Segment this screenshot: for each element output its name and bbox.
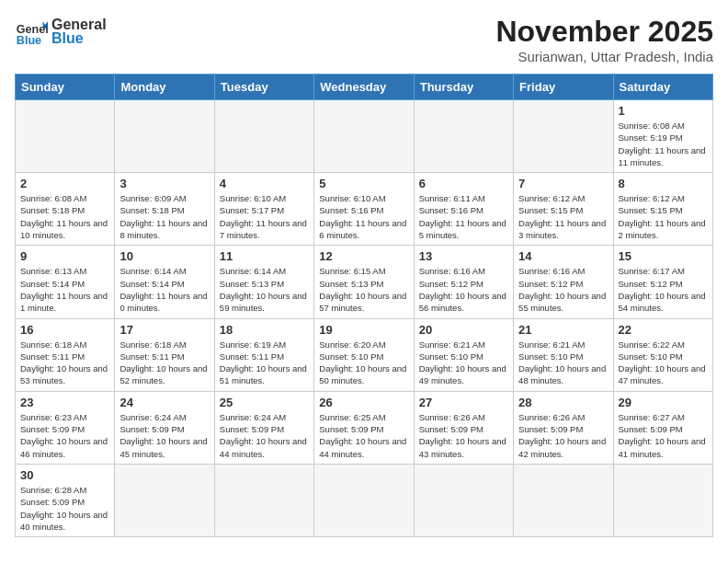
day-info: Sunrise: 6:14 AM Sunset: 5:13 PM Dayligh… <box>220 265 309 314</box>
week-row-5: 23Sunrise: 6:23 AM Sunset: 5:09 PM Dayli… <box>16 391 713 464</box>
calendar-cell <box>613 464 712 536</box>
day-number: 8 <box>619 177 708 190</box>
week-row-1: 1Sunrise: 6:08 AM Sunset: 5:19 PM Daylig… <box>16 100 713 173</box>
day-info: Sunrise: 6:15 AM Sunset: 5:13 PM Dayligh… <box>319 265 408 314</box>
weekday-header-row: SundayMondayTuesdayWednesdayThursdayFrid… <box>16 75 713 100</box>
day-number: 15 <box>619 249 708 263</box>
calendar-cell: 10Sunrise: 6:14 AM Sunset: 5:14 PM Dayli… <box>115 246 214 318</box>
calendar-cell: 8Sunrise: 6:12 AM Sunset: 5:15 PM Daylig… <box>613 173 712 246</box>
week-row-6: 30Sunrise: 6:28 AM Sunset: 5:09 PM Dayli… <box>16 464 713 536</box>
calendar-table: SundayMondayTuesdayWednesdayThursdayFrid… <box>15 74 713 537</box>
calendar-cell: 21Sunrise: 6:21 AM Sunset: 5:10 PM Dayli… <box>514 318 613 391</box>
calendar-cell: 11Sunrise: 6:14 AM Sunset: 5:13 PM Dayli… <box>214 246 313 318</box>
day-info: Sunrise: 6:14 AM Sunset: 5:14 PM Dayligh… <box>119 265 209 314</box>
calendar-cell: 28Sunrise: 6:26 AM Sunset: 5:09 PM Dayli… <box>514 391 613 464</box>
day-info: Sunrise: 6:26 AM Sunset: 5:09 PM Dayligh… <box>518 411 608 460</box>
day-number: 23 <box>20 396 109 409</box>
day-number: 21 <box>518 323 608 337</box>
day-number: 28 <box>518 396 608 409</box>
calendar-cell: 13Sunrise: 6:16 AM Sunset: 5:12 PM Dayli… <box>414 246 513 318</box>
weekday-header-sunday: Sunday <box>16 75 115 100</box>
day-info: Sunrise: 6:18 AM Sunset: 5:11 PM Dayligh… <box>119 339 209 387</box>
day-number: 6 <box>419 177 508 190</box>
calendar-cell: 14Sunrise: 6:16 AM Sunset: 5:12 PM Dayli… <box>514 246 613 318</box>
week-row-3: 9Sunrise: 6:13 AM Sunset: 5:14 PM Daylig… <box>16 246 713 318</box>
calendar-cell: 7Sunrise: 6:12 AM Sunset: 5:15 PM Daylig… <box>514 173 613 246</box>
calendar-cell <box>214 464 313 536</box>
day-info: Sunrise: 6:17 AM Sunset: 5:12 PM Dayligh… <box>619 265 708 314</box>
calendar-cell: 1Sunrise: 6:08 AM Sunset: 5:19 PM Daylig… <box>613 100 712 173</box>
weekday-header-thursday: Thursday <box>414 75 513 100</box>
day-number: 12 <box>319 249 408 263</box>
week-row-2: 2Sunrise: 6:08 AM Sunset: 5:18 PM Daylig… <box>16 173 713 246</box>
day-info: Sunrise: 6:21 AM Sunset: 5:10 PM Dayligh… <box>419 339 508 387</box>
day-number: 10 <box>119 249 209 263</box>
day-info: Sunrise: 6:23 AM Sunset: 5:09 PM Dayligh… <box>20 411 109 460</box>
calendar-cell <box>16 100 115 173</box>
day-number: 16 <box>20 323 109 337</box>
calendar-cell <box>414 464 513 536</box>
calendar-cell <box>115 100 214 173</box>
calendar-cell: 5Sunrise: 6:10 AM Sunset: 5:16 PM Daylig… <box>314 173 414 246</box>
day-info: Sunrise: 6:18 AM Sunset: 5:11 PM Dayligh… <box>20 339 109 387</box>
month-title: November 2025 <box>495 15 713 49</box>
day-number: 9 <box>20 249 109 263</box>
day-number: 3 <box>119 177 209 190</box>
location-subtitle: Surianwan, Uttar Pradesh, India <box>495 49 713 64</box>
day-number: 1 <box>619 104 708 118</box>
day-info: Sunrise: 6:11 AM Sunset: 5:16 PM Dayligh… <box>419 192 508 241</box>
calendar-cell: 4Sunrise: 6:10 AM Sunset: 5:17 PM Daylig… <box>214 173 313 246</box>
calendar-cell: 26Sunrise: 6:25 AM Sunset: 5:09 PM Dayli… <box>314 391 414 464</box>
week-row-4: 16Sunrise: 6:18 AM Sunset: 5:11 PM Dayli… <box>16 318 713 391</box>
title-block: November 2025 Surianwan, Uttar Pradesh, … <box>495 15 713 64</box>
calendar-cell: 30Sunrise: 6:28 AM Sunset: 5:09 PM Dayli… <box>16 464 115 536</box>
weekday-header-tuesday: Tuesday <box>214 75 313 100</box>
day-info: Sunrise: 6:10 AM Sunset: 5:16 PM Dayligh… <box>319 192 408 241</box>
day-info: Sunrise: 6:24 AM Sunset: 5:09 PM Dayligh… <box>119 411 209 460</box>
day-info: Sunrise: 6:26 AM Sunset: 5:09 PM Dayligh… <box>419 411 508 460</box>
day-info: Sunrise: 6:22 AM Sunset: 5:10 PM Dayligh… <box>619 339 708 387</box>
calendar-cell: 2Sunrise: 6:08 AM Sunset: 5:18 PM Daylig… <box>16 173 115 246</box>
day-info: Sunrise: 6:12 AM Sunset: 5:15 PM Dayligh… <box>518 192 608 241</box>
day-number: 7 <box>518 177 608 190</box>
calendar-cell: 18Sunrise: 6:19 AM Sunset: 5:11 PM Dayli… <box>214 318 313 391</box>
day-number: 18 <box>220 323 309 337</box>
calendar-cell <box>314 100 414 173</box>
calendar-cell: 17Sunrise: 6:18 AM Sunset: 5:11 PM Dayli… <box>115 318 214 391</box>
day-info: Sunrise: 6:27 AM Sunset: 5:09 PM Dayligh… <box>619 411 708 460</box>
day-info: Sunrise: 6:24 AM Sunset: 5:09 PM Dayligh… <box>220 411 309 460</box>
day-info: Sunrise: 6:08 AM Sunset: 5:18 PM Dayligh… <box>20 192 109 241</box>
day-info: Sunrise: 6:13 AM Sunset: 5:14 PM Dayligh… <box>20 265 109 314</box>
calendar-cell <box>314 464 414 536</box>
weekday-header-wednesday: Wednesday <box>314 75 414 100</box>
day-info: Sunrise: 6:16 AM Sunset: 5:12 PM Dayligh… <box>518 265 608 314</box>
calendar-cell: 12Sunrise: 6:15 AM Sunset: 5:13 PM Dayli… <box>314 246 414 318</box>
calendar-cell: 25Sunrise: 6:24 AM Sunset: 5:09 PM Dayli… <box>214 391 313 464</box>
weekday-header-saturday: Saturday <box>613 75 712 100</box>
calendar-cell: 24Sunrise: 6:24 AM Sunset: 5:09 PM Dayli… <box>115 391 214 464</box>
svg-text:Blue: Blue <box>17 34 41 47</box>
calendar-cell: 6Sunrise: 6:11 AM Sunset: 5:16 PM Daylig… <box>414 173 513 246</box>
day-number: 24 <box>119 396 209 409</box>
day-info: Sunrise: 6:25 AM Sunset: 5:09 PM Dayligh… <box>319 411 408 460</box>
weekday-header-friday: Friday <box>514 75 613 100</box>
logo: General Blue General Blue <box>15 15 107 48</box>
day-number: 4 <box>220 177 309 190</box>
day-info: Sunrise: 6:19 AM Sunset: 5:11 PM Dayligh… <box>220 339 309 387</box>
day-number: 22 <box>619 323 708 337</box>
calendar-cell: 20Sunrise: 6:21 AM Sunset: 5:10 PM Dayli… <box>414 318 513 391</box>
day-info: Sunrise: 6:12 AM Sunset: 5:15 PM Dayligh… <box>619 192 708 241</box>
calendar-cell <box>214 100 313 173</box>
day-number: 2 <box>20 177 109 190</box>
calendar-cell: 3Sunrise: 6:09 AM Sunset: 5:18 PM Daylig… <box>115 173 214 246</box>
calendar-cell: 15Sunrise: 6:17 AM Sunset: 5:12 PM Dayli… <box>613 246 712 318</box>
header: General Blue General Blue November 2025 … <box>15 15 713 64</box>
day-info: Sunrise: 6:16 AM Sunset: 5:12 PM Dayligh… <box>419 265 508 314</box>
day-number: 19 <box>319 323 408 337</box>
day-number: 27 <box>419 396 508 409</box>
calendar-cell <box>414 100 513 173</box>
day-info: Sunrise: 6:20 AM Sunset: 5:10 PM Dayligh… <box>319 339 408 387</box>
day-info: Sunrise: 6:10 AM Sunset: 5:17 PM Dayligh… <box>220 192 309 241</box>
calendar-cell: 29Sunrise: 6:27 AM Sunset: 5:09 PM Dayli… <box>613 391 712 464</box>
day-info: Sunrise: 6:28 AM Sunset: 5:09 PM Dayligh… <box>20 484 109 533</box>
